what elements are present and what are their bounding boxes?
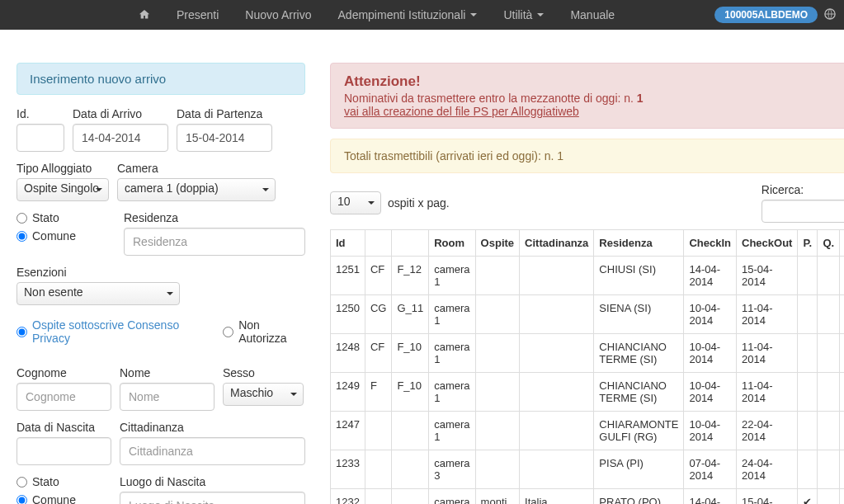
alert-link[interactable]: vai alla creazione del file PS per Allog…: [344, 105, 579, 118]
table-cell: 24-04-2014: [737, 450, 798, 489]
table-cell: [798, 373, 818, 412]
datanascita-label: Data di Nascita: [17, 421, 111, 434]
residenza-input[interactable]: [124, 228, 305, 256]
table-cell: [365, 412, 392, 450]
id-label: Id.: [17, 107, 64, 120]
table-cell: 1232: [331, 489, 365, 505]
table-header[interactable]: Residenza: [594, 230, 684, 257]
nome-input[interactable]: [120, 383, 215, 411]
table-header[interactable]: [365, 230, 392, 257]
table-cell: CHIANCIANO TERME (SI): [594, 334, 684, 373]
luogo-input[interactable]: [120, 492, 305, 504]
camera-select[interactable]: camera 1 (doppia): [117, 178, 276, 201]
pagesize-select[interactable]: 10: [330, 191, 381, 214]
partenza-input[interactable]: [177, 124, 272, 152]
table-cell: camera 1: [429, 334, 475, 373]
stato-radio[interactable]: [17, 213, 27, 224]
table-cell: 11-04-2014: [737, 295, 798, 334]
privacy-radio[interactable]: [17, 327, 27, 337]
table-cell: 11-04-2014: [737, 373, 798, 412]
table-header[interactable]: Room: [429, 230, 475, 257]
table-cell: 10-04-2014: [684, 295, 737, 334]
comune2-radio[interactable]: [17, 495, 27, 505]
tipo-select[interactable]: Ospite Singolo: [17, 178, 109, 201]
nav-adempimenti[interactable]: Adempimenti Istituzionali: [327, 2, 489, 28]
home-icon[interactable]: [127, 2, 162, 27]
actions-cell: 🔧Azioni: [840, 295, 844, 334]
table-cell: 22-04-2014: [737, 412, 798, 450]
table-cell: 14-04-2014: [684, 489, 737, 505]
stato-label: Stato: [32, 211, 59, 224]
table-cell: G_11: [392, 295, 429, 334]
cittadinanza-label: Cittadinanza: [120, 421, 305, 434]
table-cell: 1247: [331, 412, 365, 450]
table-header[interactable]: Ospite: [475, 230, 519, 257]
table-row: 1250CGG_11camera 1SIENA (SI)10-04-201411…: [331, 295, 845, 334]
table-cell: 11-04-2014: [737, 334, 798, 373]
main-content: Attenzione! Nominativi da trasmettere en…: [330, 63, 844, 504]
camera-label: Camera: [117, 162, 276, 175]
table-header[interactable]: Q.: [818, 230, 840, 257]
nav-utilita[interactable]: Utilità: [492, 2, 555, 28]
actions-cell: 🔧Azioni: [840, 373, 844, 412]
cittadinanza-input[interactable]: [120, 437, 305, 465]
table-header[interactable]: P.: [798, 230, 818, 257]
table-cell: [520, 450, 594, 489]
sesso-label: Sesso: [223, 366, 304, 379]
sesso-select[interactable]: Maschio: [223, 383, 304, 406]
comune-radio[interactable]: [17, 231, 27, 242]
partenza-label: Data di Partenza: [177, 107, 272, 120]
stato2-radio[interactable]: [17, 477, 27, 488]
alert-warning: Totali trasmettibili (arrivati ieri ed o…: [330, 139, 844, 173]
table-cell: [798, 334, 818, 373]
table-cell: SIENA (SI): [594, 295, 684, 334]
table-header[interactable]: Azioni: [840, 230, 844, 257]
table-cell: [520, 412, 594, 450]
table-row: 1232camera 1monti denniItaliaPRATO (PO)1…: [331, 489, 845, 505]
nav-presenti[interactable]: Presenti: [165, 2, 230, 28]
table-cell: 1233: [331, 450, 365, 489]
arrivo-label: Data di Arrivo: [73, 107, 168, 120]
arrivo-input[interactable]: [73, 124, 168, 152]
table-header[interactable]: Cittadinanza: [520, 230, 594, 257]
esenzioni-label: Esenzioni: [17, 266, 180, 279]
nonaut-radio[interactable]: [223, 327, 233, 337]
table-cell: CG: [365, 295, 392, 334]
alert-title: Attenzione!: [344, 73, 844, 90]
table-cell: 10-04-2014: [684, 373, 737, 412]
id-input[interactable]: [17, 124, 64, 152]
globe-icon[interactable]: [824, 8, 836, 22]
actions-cell: 🔧Azioni: [840, 257, 844, 295]
alert-danger: Attenzione! Nominativi da trasmettere en…: [330, 63, 844, 129]
table-cell: [798, 295, 818, 334]
table-header[interactable]: CheckOut: [737, 230, 798, 257]
table-header[interactable]: [392, 230, 429, 257]
esenzioni-select[interactable]: Non esente: [17, 282, 180, 305]
privacy-label[interactable]: Ospite sottoscrive Consenso Privacy: [32, 318, 208, 345]
search-input[interactable]: [761, 200, 844, 223]
chevron-down-icon: [537, 13, 544, 16]
table-cell: 10-04-2014: [684, 334, 737, 373]
nav-manuale[interactable]: Manuale: [559, 2, 626, 28]
table-cell: [475, 450, 519, 489]
table-cell: [365, 450, 392, 489]
table-cell: CF: [365, 257, 392, 295]
table-cell: [818, 295, 840, 334]
table-cell: PISA (PI): [594, 450, 684, 489]
datanascita-input[interactable]: [17, 437, 111, 465]
table-cell: Italia: [520, 489, 594, 505]
nav-adempimenti-label: Adempimenti Istituzionali: [338, 8, 466, 21]
table-cell: 1248: [331, 334, 365, 373]
cognome-input[interactable]: [17, 383, 111, 411]
table-cell: [475, 257, 519, 295]
table-header[interactable]: Id: [331, 230, 365, 257]
table-cell: [818, 412, 840, 450]
user-badge[interactable]: 100005ALBDEMO: [714, 7, 818, 23]
nav-nuovo-arrivo[interactable]: Nuovo Arrivo: [233, 2, 323, 28]
table-header[interactable]: CheckIn: [684, 230, 737, 257]
table-cell: 1249: [331, 373, 365, 412]
table-cell: 1251: [331, 257, 365, 295]
stato2-label: Stato: [32, 475, 59, 488]
comune2-label: Comune: [32, 493, 76, 504]
table-cell: CF: [365, 334, 392, 373]
